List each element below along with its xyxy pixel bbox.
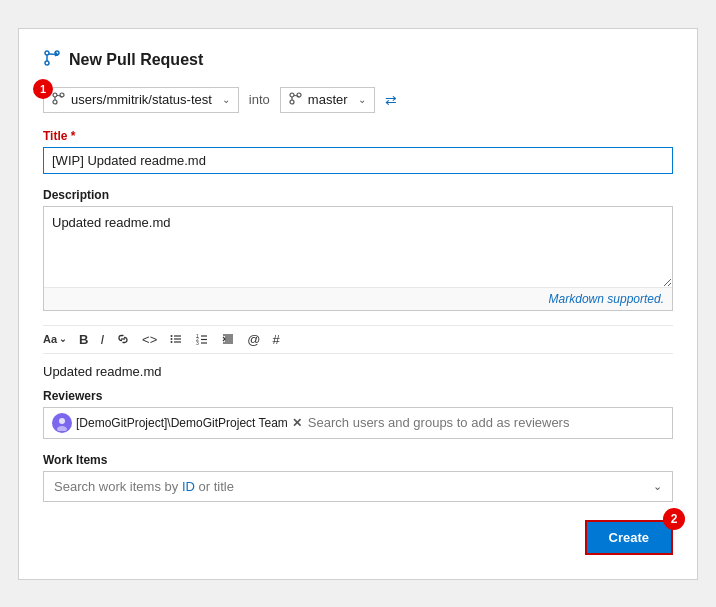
title-input-wrapper bbox=[43, 147, 673, 174]
badge-2: 2 bbox=[663, 508, 685, 530]
mention-button[interactable]: @ bbox=[247, 332, 260, 347]
work-items-placeholder-suffix: or title bbox=[195, 479, 234, 494]
svg-point-5 bbox=[53, 100, 57, 104]
markdown-note: Markdown supported. bbox=[44, 287, 672, 310]
indent-button[interactable] bbox=[221, 332, 235, 346]
work-items-placeholder-prefix: Search work items by bbox=[54, 479, 182, 494]
reviewers-section: Reviewers [DemoGitProject]\DemoGitProjec… bbox=[43, 389, 673, 439]
italic-button[interactable]: I bbox=[100, 332, 104, 347]
description-section: Description Updated readme.md Markdown s… bbox=[43, 188, 673, 311]
source-branch-chevron: ⌄ bbox=[222, 94, 230, 105]
into-label: into bbox=[249, 92, 270, 107]
description-wrapper: Updated readme.md Markdown supported. bbox=[43, 206, 673, 311]
work-items-placeholder: Search work items by ID or title bbox=[54, 479, 234, 494]
svg-point-14 bbox=[171, 338, 173, 340]
unordered-list-button[interactable] bbox=[169, 332, 183, 346]
create-button[interactable]: Create bbox=[585, 520, 673, 555]
reviewers-box[interactable]: [DemoGitProject]\DemoGitProject Team ✕ bbox=[43, 407, 673, 439]
svg-point-9 bbox=[290, 100, 294, 104]
svg-point-15 bbox=[171, 341, 173, 343]
reviewers-label: Reviewers bbox=[43, 389, 673, 403]
svg-text:3: 3 bbox=[196, 340, 199, 346]
link-button[interactable] bbox=[116, 332, 130, 346]
work-items-section: Work Items Search work items by ID or ti… bbox=[43, 453, 673, 502]
badge-1: 1 bbox=[33, 79, 53, 99]
source-branch-label: users/mmitrik/status-test bbox=[71, 92, 212, 107]
bold-button[interactable]: B bbox=[79, 332, 88, 347]
work-items-label: Work Items bbox=[43, 453, 673, 467]
ordered-list-button[interactable]: 123 bbox=[195, 332, 209, 346]
swap-branches-icon[interactable]: ⇄ bbox=[385, 92, 397, 108]
target-branch-chevron: ⌄ bbox=[358, 94, 366, 105]
target-branch-label: master bbox=[308, 92, 348, 107]
description-textarea[interactable]: Updated readme.md bbox=[44, 207, 672, 287]
work-items-id-link: ID bbox=[182, 479, 195, 494]
svg-point-8 bbox=[290, 93, 294, 97]
reviewer-tag: [DemoGitProject]\DemoGitProject Team ✕ bbox=[52, 413, 302, 433]
work-items-dropdown[interactable]: Search work items by ID or title ⌄ bbox=[43, 471, 673, 502]
svg-point-13 bbox=[171, 335, 173, 337]
hashtag-button[interactable]: # bbox=[272, 332, 279, 347]
svg-point-0 bbox=[45, 51, 49, 55]
remove-reviewer-button[interactable]: ✕ bbox=[292, 416, 302, 430]
svg-point-4 bbox=[53, 93, 57, 97]
reviewer-name: [DemoGitProject]\DemoGitProject Team bbox=[76, 416, 288, 430]
formatting-toolbar: Aa ⌄ B I <> 123 @ # bbox=[43, 325, 673, 354]
bottom-row: 2 Create bbox=[43, 520, 673, 555]
code-button[interactable]: <> bbox=[142, 332, 157, 347]
description-label: Description bbox=[43, 188, 673, 202]
font-size-button[interactable]: Aa ⌄ bbox=[43, 333, 67, 345]
title-label: Title * bbox=[43, 129, 673, 143]
pull-request-icon bbox=[43, 49, 61, 71]
reviewer-search-input[interactable] bbox=[308, 415, 664, 430]
branch-row: 1 users/mmitrik/status-test ⌄ into maste… bbox=[43, 87, 673, 113]
work-items-chevron-icon: ⌄ bbox=[653, 480, 662, 493]
git-branch-icon bbox=[52, 92, 65, 108]
git-branch-icon-2 bbox=[289, 92, 302, 108]
svg-point-31 bbox=[59, 418, 65, 424]
page-title: New Pull Request bbox=[69, 51, 203, 69]
page-header: New Pull Request bbox=[43, 49, 673, 71]
source-branch-select[interactable]: users/mmitrik/status-test ⌄ bbox=[43, 87, 239, 113]
title-section: Title * bbox=[43, 129, 673, 174]
markdown-link: Markdown supported. bbox=[549, 292, 664, 306]
target-branch-select[interactable]: master ⌄ bbox=[280, 87, 375, 113]
svg-point-1 bbox=[45, 61, 49, 65]
title-input[interactable] bbox=[52, 153, 664, 168]
preview-text: Updated readme.md bbox=[43, 364, 673, 379]
create-button-wrapper: 2 Create bbox=[585, 520, 673, 555]
reviewer-avatar bbox=[52, 413, 72, 433]
source-branch-wrapper: 1 users/mmitrik/status-test ⌄ bbox=[43, 87, 239, 113]
